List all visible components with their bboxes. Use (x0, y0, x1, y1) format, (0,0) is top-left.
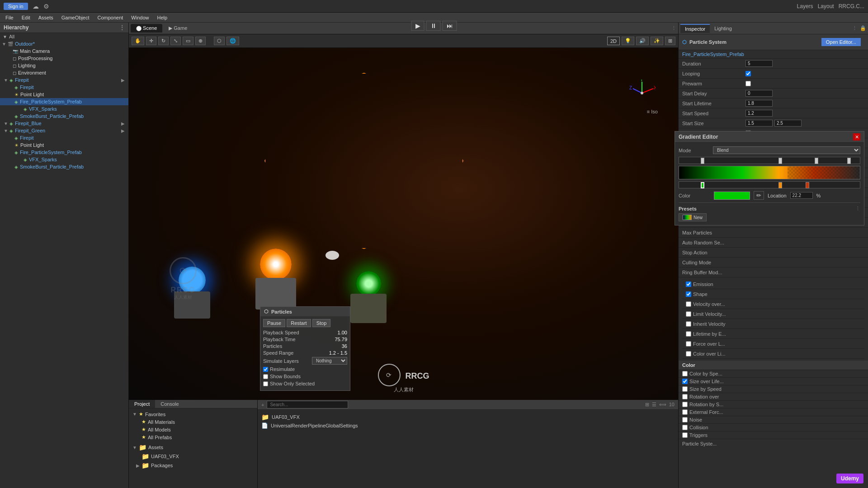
rotation-by-s-checkbox[interactable] (682, 402, 688, 407)
alpha-stop-4[interactable] (847, 158, 851, 164)
hierarchy-item-outdoor[interactable]: ▼ 🎬 Outdoor* (0, 40, 128, 47)
inherit-velocity-checkbox[interactable] (686, 321, 691, 327)
hierarchy-item-smoke[interactable]: ◈ SmokeBurst_Particle_Prefab (0, 113, 128, 120)
emission-checkbox[interactable] (686, 282, 691, 287)
hierarchy-item-postprocessing[interactable]: ◻ PostProcessing (0, 55, 128, 62)
color-stop-green[interactable] (701, 182, 704, 188)
external-forc-checkbox[interactable] (682, 409, 688, 415)
prewarm-checkbox[interactable] (745, 81, 751, 86)
2d-toggle[interactable]: 2D (607, 37, 620, 45)
pause-particle-btn[interactable]: Pause (263, 319, 285, 327)
tab-console[interactable]: Console (155, 400, 184, 408)
start-size-input-2[interactable] (774, 120, 802, 127)
new-preset-item[interactable]: New (679, 213, 707, 221)
start-speed-input[interactable] (745, 110, 773, 117)
menu-assets[interactable]: Assets (35, 14, 57, 21)
start-size-input-1[interactable] (745, 120, 773, 127)
transform-tool[interactable]: ⊕ (195, 37, 206, 45)
gizmos-toggle[interactable]: ⊞ (665, 37, 675, 45)
simulate-layers-select[interactable]: Nothing Everything (312, 357, 347, 365)
tab-lighting-insp[interactable]: Lighting (710, 24, 736, 33)
gradient-close-button[interactable]: ✕ (853, 133, 860, 141)
packages-item[interactable]: ▶ 📁 Packages (132, 461, 254, 470)
all-materials-item[interactable]: ★ All Materials (132, 418, 254, 426)
start-lifetime-input[interactable] (745, 100, 773, 107)
move-tool[interactable]: ✛ (146, 37, 156, 45)
menu-window[interactable]: Window (127, 14, 152, 21)
rect-tool[interactable]: ▭ (183, 37, 193, 45)
gradient-location-input[interactable] (790, 192, 813, 199)
alpha-stop-3[interactable] (815, 158, 818, 164)
menu-help[interactable]: Help (153, 14, 171, 21)
hierarchy-item-maincamera[interactable]: 📷 Main Camera (0, 47, 128, 55)
stop-particle-btn[interactable]: Stop (312, 319, 331, 327)
gradient-display[interactable] (679, 166, 860, 179)
pause-button[interactable]: ⏸ (426, 21, 441, 31)
restart-particle-btn[interactable]: Restart (287, 319, 311, 327)
size-over-life-checkbox[interactable] (682, 379, 688, 384)
gradient-pencil-button[interactable]: ✏ (754, 191, 764, 200)
audio-toggle[interactable]: 🔊 (636, 37, 649, 45)
hierarchy-item-smoke-2[interactable]: ◈ SmokeBurst_Particle_Prefab (0, 163, 128, 170)
color-stop-orange[interactable] (778, 182, 782, 188)
hierarchy-item-fire-particle-2[interactable]: ◈ Fire_ParticleSystem_Prefab (0, 149, 128, 156)
favorites-item[interactable]: ▼ ★ Favorites (132, 410, 254, 418)
viewport[interactable]: X Y Z ≡ Iso ⟳ RRCG 人人素材 (129, 48, 678, 400)
limit-velocity-checkbox[interactable] (686, 311, 691, 317)
hierarchy-item-vfx-sparks-2[interactable]: ◈ VFX_Sparks (0, 156, 128, 163)
tab-game[interactable]: ▶ Game (163, 24, 193, 33)
hand-tool[interactable]: ✋ (132, 37, 144, 45)
hierarchy-item-pointlight-2[interactable]: ☀ Point Light (0, 141, 128, 149)
hierarchy-item-fire-particle[interactable]: ◈ Fire_ParticleSystem_Prefab (0, 98, 128, 105)
rotate-tool[interactable]: ↻ (158, 37, 169, 45)
all-prefabs-item[interactable]: ★ All Prefabs (132, 433, 254, 441)
alpha-stop-2[interactable] (778, 158, 782, 164)
hierarchy-item-firepit-child[interactable]: ◈ Firepit (0, 84, 128, 91)
gradient-color-swatch[interactable] (714, 192, 750, 200)
scene-settings-icon[interactable]: ⋮ (671, 25, 676, 31)
menu-component[interactable]: Component (94, 14, 127, 21)
looping-checkbox[interactable] (745, 71, 751, 76)
hierarchy-menu-icon[interactable]: ⋮ (119, 24, 125, 31)
assets-icon-2[interactable]: ☰ (652, 402, 656, 408)
lighting-toggle[interactable]: 💡 (622, 37, 634, 45)
assets-slider[interactable]: ⟺ (659, 402, 666, 408)
color-stop-red[interactable] (806, 182, 809, 188)
tab-project[interactable]: Project (129, 400, 155, 408)
menu-file[interactable]: File (2, 14, 17, 21)
open-editor-button[interactable]: Open Editor... (821, 38, 861, 46)
collision-checkbox[interactable] (682, 425, 688, 430)
hierarchy-item-firepit-green-child[interactable]: ◈ Firepit (0, 134, 128, 141)
color-by-speed-checkbox[interactable] (682, 371, 688, 376)
tab-inspector[interactable]: Inspector (680, 24, 710, 33)
sign-in-button[interactable]: Sign in (4, 3, 28, 10)
hierarchy-item-environment[interactable]: ◻ Environment (0, 69, 128, 76)
color-over-l-checkbox[interactable] (686, 351, 691, 357)
global-toggle[interactable]: 🌐 (226, 37, 239, 45)
lifetime-emitter-checkbox[interactable] (686, 331, 691, 337)
shape-checkbox[interactable] (686, 291, 691, 297)
hierarchy-item-lighting[interactable]: ◻ Lighting (0, 62, 128, 69)
entity-orange[interactable] (255, 249, 296, 310)
velocity-over-checkbox[interactable] (686, 301, 691, 307)
resimulate-checkbox[interactable] (263, 367, 268, 372)
duration-input[interactable] (745, 60, 773, 67)
menu-edit[interactable]: Edit (18, 14, 34, 21)
tab-scene[interactable]: ⬤ Scene (131, 24, 162, 33)
show-only-checkbox[interactable] (263, 381, 268, 386)
hierarchy-item-firepit[interactable]: ▼ ◈ Firepit ▶ (0, 76, 128, 84)
color-stops-bar[interactable] (679, 181, 860, 188)
presets-menu-icon[interactable]: ⋮ (855, 206, 860, 211)
entity-green[interactable] (350, 271, 387, 323)
start-delay-input[interactable] (745, 90, 773, 97)
layers-label[interactable]: Layers (797, 3, 813, 9)
assets-search-input[interactable] (267, 401, 348, 408)
play-button[interactable]: ▶ (411, 21, 425, 31)
rotation-over-checkbox[interactable] (682, 394, 688, 399)
assets-back-icon[interactable]: + (261, 402, 264, 408)
layout-label[interactable]: Layout (818, 3, 834, 9)
gradient-mode-select[interactable]: Blend Fixed (713, 146, 860, 154)
hierarchy-item-firepit-green[interactable]: ▼ ◈ Firepit_Green ▶ (0, 127, 128, 134)
noise-checkbox[interactable] (682, 417, 688, 422)
step-button[interactable]: ⏭ (443, 21, 457, 31)
